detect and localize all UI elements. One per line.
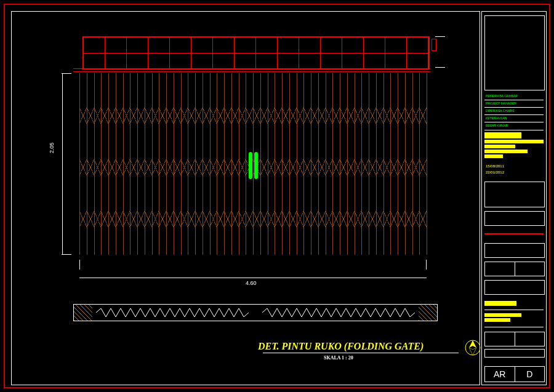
tb-yellow-band <box>484 313 521 317</box>
north-arrow-icon <box>464 339 481 356</box>
tb-row: PROJECT MANAGER <box>486 102 516 105</box>
dimension-vertical <box>62 73 63 255</box>
tb-yellow-band <box>484 150 528 153</box>
tb-yellow-band <box>484 132 521 138</box>
tb-box <box>484 182 545 207</box>
tb-row: PEMERIKSA GAMBAR <box>486 94 518 98</box>
gate-track <box>96 308 249 317</box>
wall-hatch <box>74 305 92 321</box>
tb-row: BESAR KAMAR <box>486 124 508 127</box>
dimension-horizontal <box>79 278 427 278</box>
title-underline <box>263 353 459 353</box>
tb-box <box>484 280 545 295</box>
sheet-code-right: D <box>515 367 545 382</box>
gate-track <box>262 308 415 317</box>
tb-yellow-band <box>484 140 544 143</box>
top-rail <box>73 68 430 72</box>
tb-box <box>484 332 545 346</box>
tb-yellow-band <box>484 301 516 306</box>
side-mullion <box>432 39 436 51</box>
dim-width-label: 4.60 <box>246 280 257 286</box>
tb-box <box>484 243 545 258</box>
tb-row: DIPERIKSA CHARIS <box>486 109 515 113</box>
tb-logo-area <box>484 15 545 90</box>
tb-yellow-band <box>484 145 515 148</box>
sheet-number: AR D <box>484 366 545 382</box>
ext-line <box>435 36 445 37</box>
wall-hatch <box>419 305 437 321</box>
sheet-code-left: AR <box>485 367 515 382</box>
tb-yellow-band <box>484 154 503 158</box>
plan-section <box>73 304 438 321</box>
drawing-scale: SKALA 1 : 20 <box>324 355 353 361</box>
transom-grid <box>82 36 430 70</box>
title-block: PEMERIKSA GAMBAR PROJECT MANAGER DIPERIK… <box>481 11 547 385</box>
ext-line <box>435 67 445 68</box>
dim-height-label: 2.05 <box>49 142 55 153</box>
tb-box <box>484 349 545 358</box>
tb-date: 22/01/2012 <box>486 170 504 174</box>
tb-date: 15/08/2011 <box>486 164 504 168</box>
drawing-area: 2.05 4.60 DET. PINTU RUKO (FOLDING GATE)… <box>11 11 480 385</box>
drawing-title: DET. PINTU RUKO (FOLDING GATE) <box>258 341 424 352</box>
tb-yellow-band <box>484 318 510 322</box>
tb-divider <box>484 233 544 234</box>
folding-gate-elevation <box>79 73 427 255</box>
tb-row: KETERANGAN <box>486 116 507 120</box>
tb-box <box>484 211 545 226</box>
tb-box <box>484 262 545 276</box>
